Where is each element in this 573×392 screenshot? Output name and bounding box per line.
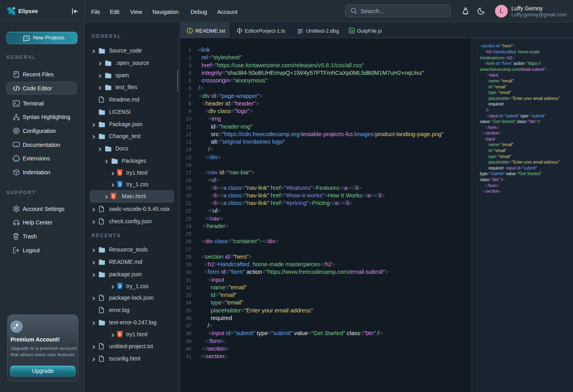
svg-text:3: 3 [119, 284, 121, 289]
svg-text:5: 5 [119, 170, 121, 175]
svg-text:5: 5 [112, 194, 115, 199]
svg-text:5: 5 [119, 332, 121, 337]
svg-text:3: 3 [119, 182, 121, 187]
svg-text:Js: Js [350, 29, 353, 33]
